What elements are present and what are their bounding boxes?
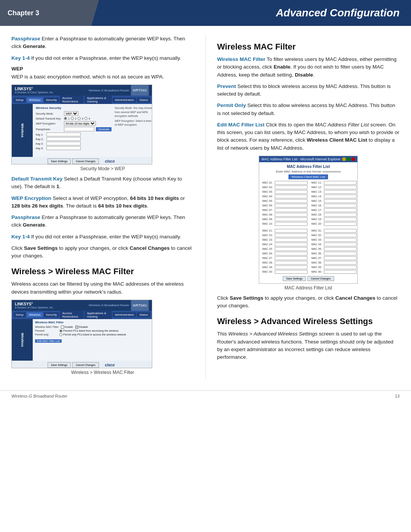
- mf-input-right-18[interactable]: [324, 261, 357, 265]
- mf-input-right-9[interactable]: [324, 217, 357, 221]
- rs-radio-1[interactable]: [64, 117, 67, 120]
- rs-security-select[interactable]: WEP: [64, 111, 78, 116]
- nav2-access[interactable]: Access Restrictions: [60, 311, 84, 319]
- mf-input-left-2[interactable]: [275, 185, 307, 189]
- mf-input-left-14[interactable]: [275, 243, 307, 246]
- nav2-setup[interactable]: Setup: [13, 312, 26, 317]
- mf-input-right-6[interactable]: [324, 204, 357, 208]
- mf-save-btn[interactable]: Save Settings: [283, 276, 306, 281]
- mf-input-right-20[interactable]: [324, 270, 357, 274]
- cisco-logo2: cisco: [104, 362, 116, 368]
- mf-input-left-3[interactable]: [275, 190, 307, 194]
- nav-apps[interactable]: Applications & Gaming: [84, 96, 112, 104]
- nav-admin[interactable]: Administration: [113, 97, 137, 102]
- rs-radio-4[interactable]: [84, 117, 88, 120]
- nav2-status[interactable]: Status: [137, 312, 150, 317]
- nav2-security[interactable]: Security: [44, 312, 59, 317]
- mf-row-r-1: MAC 11:: [311, 181, 357, 185]
- mf-row-r-20: MAC 40:: [311, 270, 357, 274]
- mf-input-left-20[interactable]: [275, 270, 307, 274]
- router-screenshot-mac: LINKSYS® A Division of Cisco Systems, In…: [11, 300, 152, 368]
- nav-setup[interactable]: Setup: [13, 97, 26, 102]
- mf-input-left-16[interactable]: [275, 252, 307, 256]
- mf-input-right-1[interactable]: [324, 181, 357, 185]
- mf-input-left-7[interactable]: [275, 208, 307, 212]
- rs2-prevent-radio[interactable]: [59, 329, 62, 332]
- mf-row-20: MAC 30:: [262, 270, 307, 274]
- mf-minimize-btn[interactable]: [342, 157, 346, 161]
- nav-access[interactable]: Access Restrictions: [60, 96, 84, 104]
- rs-save-btn[interactable]: Save Settings: [48, 158, 71, 164]
- mac-filter-screenshot: MAC Address Filter List - Microsoft Inte…: [259, 156, 358, 284]
- mf-input-left-17[interactable]: [275, 256, 307, 260]
- mf-input-right-2[interactable]: [324, 185, 357, 189]
- rs-key3-input[interactable]: [46, 142, 81, 145]
- mf-label-8: MAC 08:: [262, 213, 274, 216]
- mf-close-btn[interactable]: [351, 157, 355, 161]
- rs-radio-2[interactable]: [71, 117, 74, 120]
- mf-input-right-12[interactable]: [324, 233, 357, 237]
- rs2-permit-radio[interactable]: [59, 333, 62, 336]
- nav-wireless[interactable]: Wireless: [27, 97, 43, 102]
- rs-passphrase-input[interactable]: [64, 127, 94, 131]
- nav-status[interactable]: Status: [137, 97, 150, 102]
- mf-input-right-7[interactable]: [324, 208, 357, 212]
- mf-input-right-4[interactable]: [324, 195, 357, 198]
- rs-key4-input[interactable]: [46, 146, 81, 150]
- rs2-wef-label: Wireless MAC Filter:: [35, 326, 59, 328]
- mf-input-left-12[interactable]: [275, 233, 307, 237]
- mf-cancel-btn[interactable]: Cancel Changes: [307, 276, 334, 281]
- nav2-admin[interactable]: Administration: [113, 312, 137, 317]
- nav2-wireless[interactable]: Wireless: [27, 312, 43, 317]
- rs2-cancel-btn[interactable]: Cancel Changes: [72, 362, 99, 368]
- rs-radio-3[interactable]: [78, 117, 81, 120]
- wireless-mac-intro: Wireless access can be filtered by using…: [11, 280, 194, 296]
- mf-input-left-19[interactable]: [275, 265, 307, 269]
- mf-row-19: MAC 29:: [262, 265, 307, 269]
- nav2-apps[interactable]: Applications & Gaming: [84, 311, 112, 319]
- mf-input-left-18[interactable]: [275, 261, 307, 265]
- mf-row-13: MAC 23:: [262, 238, 307, 242]
- rs-cancel-btn[interactable]: Cancel Changes: [72, 158, 99, 164]
- mf-input-left-8[interactable]: [275, 213, 307, 217]
- rs2-disable-check[interactable]: [75, 326, 78, 329]
- mf-input-left-15[interactable]: [275, 247, 307, 251]
- rs-wep-enc-select[interactable]: 64 bits 10 hex digits: [64, 121, 96, 126]
- mf-input-right-11[interactable]: [324, 229, 357, 233]
- mf-maximize-btn[interactable]: [347, 157, 350, 161]
- mf-input-right-19[interactable]: [324, 265, 357, 269]
- mf-input-right-8[interactable]: [324, 213, 357, 217]
- mf-input-left-1[interactable]: [275, 181, 307, 185]
- mf-input-right-14[interactable]: [324, 243, 357, 246]
- mf-label-15: MAC 25:: [262, 248, 274, 250]
- mf-input-right-15[interactable]: [324, 247, 357, 251]
- mf-label-7: MAC 07:: [262, 209, 274, 211]
- mf-input-left-5[interactable]: [275, 199, 307, 203]
- mf-input-left-4[interactable]: [275, 195, 307, 198]
- mf-input-left-13[interactable]: [275, 238, 307, 242]
- mf-input-left-10[interactable]: [275, 222, 307, 226]
- rs-key1-input[interactable]: [46, 133, 81, 136]
- mf-label-9: MAC 09:: [262, 218, 274, 220]
- mf-input-left-11[interactable]: [275, 229, 307, 233]
- mf-input-right-3[interactable]: [324, 190, 357, 194]
- rs2-edit-mac-btn[interactable]: Edit MAC Filter List: [35, 339, 62, 343]
- rs-key2-input[interactable]: [46, 137, 81, 141]
- mac-filter-caption: MAC Address Filter List: [217, 285, 400, 291]
- mf-input-left-9[interactable]: [275, 217, 307, 221]
- mf-input-right-16[interactable]: [324, 252, 357, 256]
- mf-input-right-5[interactable]: [324, 199, 357, 203]
- mf-label-16: MAC 26:: [262, 252, 274, 255]
- mf-input-right-10[interactable]: [324, 222, 357, 226]
- rs-generate-btn[interactable]: Generate: [96, 127, 112, 131]
- permit-para: Permit Only Select this to allow wireles…: [217, 102, 400, 117]
- mf-input-left-6[interactable]: [275, 204, 307, 208]
- mf-input-right-17[interactable]: [324, 256, 357, 260]
- rs2-save-btn[interactable]: Save Settings: [48, 362, 71, 368]
- rs-info: Security Mode: You may choose from sever…: [115, 106, 152, 155]
- mf-wireless-client-btn[interactable]: Wireless Client MAC List: [288, 174, 328, 179]
- rs2-enable-check[interactable]: [61, 326, 64, 329]
- mf-row-10: MAC 10:: [262, 222, 307, 226]
- mf-input-right-13[interactable]: [324, 238, 357, 242]
- nav-security[interactable]: Security: [44, 97, 59, 102]
